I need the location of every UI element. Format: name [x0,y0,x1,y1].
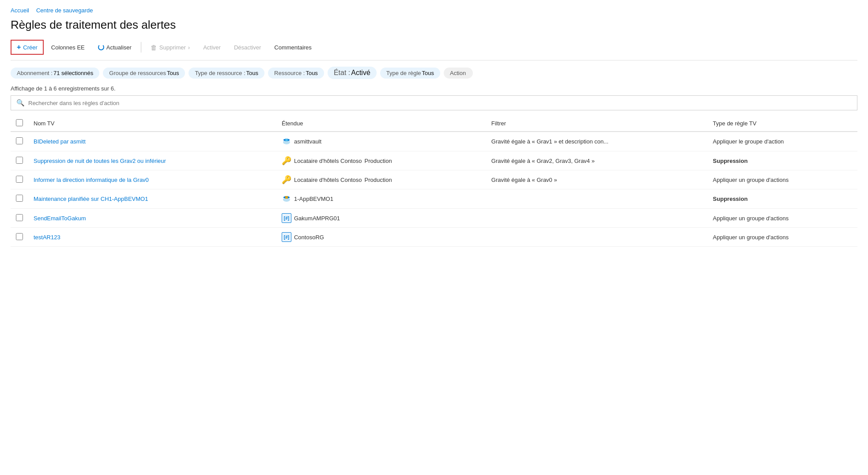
resource-type-label: Type de ressource : [195,70,245,76]
row-rule-type: Appliquer un groupe d'actions [708,228,857,247]
svg-point-1 [285,139,288,141]
toolbar-divider [141,42,141,53]
row-scope: asmittvault [276,132,486,151]
row-rule-type: Appliquer un groupe d'actions [708,170,857,189]
row-scope: 1-AppBEVMO1 [276,189,486,209]
header-filter[interactable]: Filtrer [486,116,708,132]
row-name[interactable]: Suppression de nuit de toutes les Grav2 … [28,151,276,170]
page-title: Règles de traitement des alertes [11,18,857,32]
row-scope: 🔑Locataire d'hôtels ContosoProduction [276,170,486,189]
resource-label: Ressource : [274,70,305,76]
subscription-value: 71 sélectionnés [53,70,93,76]
comments-label: Commentaires [274,44,312,51]
row-checkbox-cell [11,189,28,209]
header-scope[interactable]: Étendue [276,116,486,132]
delete-icon: 🗑 [151,44,157,51]
filter-rule-type[interactable]: Type de règle Tous [380,68,440,79]
filter-subscription[interactable]: Abonnement : 71 sélectionnés [11,68,99,79]
breadcrumb-section[interactable]: Centre de sauvegarde [36,7,93,14]
header-rule-type[interactable]: Type de règle TV [708,116,857,132]
subscription-label: Abonnement : [17,70,53,76]
key-icon: 🔑 [282,175,291,185]
filter-resource-group[interactable]: Groupe de ressources Tous [103,68,185,79]
scope-badge: Production [365,158,392,164]
filter-resource-type[interactable]: Type de ressource : Tous [189,68,264,79]
scope-badge: Production [365,177,392,183]
row-checkbox[interactable] [16,137,23,144]
row-checkbox[interactable] [16,157,23,164]
delete-label: Supprimer [159,44,186,51]
refresh-icon [98,44,104,50]
table-header-row: Nom TV Étendue Filtrer Type de règle TV [11,116,857,132]
columns-button[interactable]: Colonnes EE [45,41,91,54]
page-wrapper: Accueil Centre de sauvegarde Règles de t… [0,0,868,254]
plus-icon: + [17,43,21,51]
activate-label: Activer [203,44,221,51]
header-checkbox-cell [11,116,28,132]
row-checkbox-cell [11,170,28,189]
vault-icon [282,136,291,147]
row-checkbox[interactable] [16,233,23,240]
resource-group-label: Groupe de ressources [109,70,166,76]
row-name[interactable]: testAR123 [28,228,276,247]
state-label: État : [334,69,350,77]
search-input[interactable] [28,100,852,106]
create-button[interactable]: + Créer [11,40,44,55]
row-rule-type: Appliquer un groupe d'actions [708,209,857,228]
row-scope: 🔑Locataire d'hôtels ContosoProduction [276,151,486,170]
row-name[interactable]: Maintenance planifiée sur CH1-AppBEVMO1 [28,189,276,209]
table-row: testAR123[#]ContosoRGAppliquer un groupe… [11,228,857,247]
row-checkbox[interactable] [16,214,23,221]
scope-text: asmittvault [294,138,321,145]
row-name[interactable]: SendEmailToGakum [28,209,276,228]
row-filter [486,228,708,247]
row-scope: [#]GakumAMPRG01 [276,209,486,228]
row-checkbox-cell [11,228,28,247]
row-scope: [#]ContosoRG [276,228,486,247]
state-value: Activé [351,69,370,77]
breadcrumb-home[interactable]: Accueil [11,7,29,14]
refresh-button[interactable]: Actualiser [92,41,137,54]
table-wrapper: Nom TV Étendue Filtrer Type de règle TV … [11,116,857,247]
filter-action[interactable]: Action [444,68,473,79]
table-row: SendEmailToGakum[#]GakumAMPRG01Appliquer… [11,209,857,228]
row-name[interactable]: Informer la direction informatique de la… [28,170,276,189]
row-name[interactable]: BIDeleted par asmitt [28,132,276,151]
deactivate-button[interactable]: Désactiver [228,41,267,54]
rule-type-value: Tous [422,70,434,76]
row-filter: Gravité égale à « Grav2, Grav3, Grav4 » [486,151,708,170]
filter-resource[interactable]: Ressource : Tous [268,68,324,79]
header-name[interactable]: Nom TV [28,116,276,132]
comments-button[interactable]: Commentaires [268,41,317,54]
row-filter: Gravité égale à « Grav0 » [486,170,708,189]
toolbar: + Créer Colonnes EE Actualiser 🗑 Supprim… [11,40,857,60]
activate-button[interactable]: Activer [197,41,226,54]
table-row: Suppression de nuit de toutes les Grav2 … [11,151,857,170]
breadcrumb: Accueil Centre de sauvegarde [11,7,857,14]
row-checkbox[interactable] [16,176,23,183]
delete-button[interactable]: 🗑 Supprimer › [145,41,196,54]
row-checkbox[interactable] [16,195,23,202]
select-all-checkbox[interactable] [16,119,23,126]
table-row: Maintenance planifiée sur CH1-AppBEVMO1 … [11,189,857,209]
rule-type-label: Type de règle [386,70,421,76]
table-row: BIDeleted par asmitt asmittvaultGravité … [11,132,857,151]
scope-text: Locataire d'hôtels Contoso [294,177,362,183]
action-label: Action [450,70,466,76]
row-checkbox-cell [11,151,28,170]
search-icon: 🔍 [16,99,25,107]
svg-rect-4 [285,196,288,199]
record-count: Affichage de 1 à 6 enregistrements sur 6… [11,85,857,92]
resource-group-icon: [#] [282,213,291,223]
columns-label: Colonnes EE [51,44,85,51]
key-icon: 🔑 [282,156,291,166]
scope-text: ContosoRG [294,234,324,241]
deactivate-label: Désactiver [234,44,261,51]
refresh-label: Actualiser [106,44,132,51]
row-checkbox-cell [11,209,28,228]
scope-text: Locataire d'hôtels Contoso [294,158,362,164]
rules-table: Nom TV Étendue Filtrer Type de règle TV … [11,116,857,247]
scope-text: GakumAMPRG01 [294,215,340,222]
filters-bar: Abonnement : 71 sélectionnés Groupe de r… [11,60,857,85]
filter-state[interactable]: État : Activé [328,67,377,79]
